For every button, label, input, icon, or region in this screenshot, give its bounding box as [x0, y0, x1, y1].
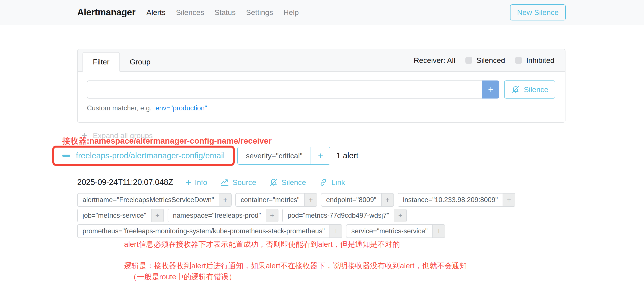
filter-panel-body: + Silence Custom matcher, e.g. env="prod…	[78, 72, 565, 122]
matcher-input[interactable]	[87, 80, 482, 98]
alert-count: 1 alert	[336, 151, 358, 160]
receiver-annotation-text: 接收器:namespace/altermanager-config-name/r…	[62, 136, 272, 146]
add-matcher-button[interactable]: +	[482, 80, 499, 98]
label-text: prometheus="freeleaps-monitoring-system/…	[77, 224, 330, 238]
nav-item-alerts[interactable]: Alerts	[146, 8, 166, 17]
add-label-filter-button[interactable]: +	[330, 224, 342, 238]
annotation-highlight-box: freeleaps-prod/alertmanager-config/email	[52, 146, 235, 166]
group-matcher-chip: severity="critical" +	[237, 147, 330, 165]
help-text: Custom matcher, e.g.	[87, 104, 152, 112]
silenced-checkbox[interactable]	[466, 57, 472, 64]
tab-filter[interactable]: Filter	[82, 52, 120, 72]
label-tag: alertname="FreeleapsMetricsServiceDown" …	[77, 193, 232, 207]
plus-icon: +	[186, 178, 192, 187]
tab-group[interactable]: Group	[120, 52, 160, 71]
add-label-filter-button[interactable]: +	[433, 224, 445, 238]
silence-from-filter-button[interactable]: Silence	[504, 80, 555, 98]
filter-panel: Filter Group Receiver: All Silenced Inhi…	[77, 49, 566, 123]
add-group-filter-button[interactable]: +	[310, 147, 330, 164]
bell-slash-icon	[269, 178, 278, 187]
nav-item-status[interactable]: Status	[214, 8, 236, 17]
label-text: instance="10.233.98.209:8009"	[398, 193, 503, 207]
alert-labels: alertname="FreeleapsMetricsServiceDown" …	[77, 193, 515, 240]
inhibited-label: Inhibited	[526, 56, 554, 65]
label-text: pod="metrics-77d9cdb497-wdsj7"	[282, 209, 394, 222]
add-label-filter-button[interactable]: +	[266, 209, 278, 222]
label-text: alertname="FreeleapsMetricsServiceDown"	[77, 193, 219, 207]
label-tag: pod="metrics-77d9cdb497-wdsj7" +	[282, 209, 407, 222]
link-icon	[319, 178, 328, 187]
alert-timestamp: 2025-09-24T11:20:07.048Z	[77, 178, 173, 187]
label-text: job="metrics-service"	[77, 209, 152, 222]
silence-alert-label: Silence	[282, 178, 306, 187]
add-label-filter-button[interactable]: +	[503, 193, 515, 207]
filter-panel-header: Filter Group Receiver: All Silenced Inhi…	[78, 49, 565, 72]
label-text: container="metrics"	[235, 193, 305, 207]
nav-item-settings[interactable]: Settings	[246, 8, 273, 17]
alert-annotation-text: alert信息必须在接收器下才表示配置成功，否则即使能看到alert，但是通知是…	[124, 239, 400, 250]
add-label-filter-button[interactable]: +	[382, 193, 394, 207]
link-label: Link	[331, 178, 345, 187]
info-label: Info	[195, 178, 207, 187]
minus-icon	[62, 154, 70, 157]
collapse-group-button[interactable]: freeleaps-prod/alertmanager-config/email	[56, 148, 232, 163]
matcher-row: + Silence	[87, 80, 555, 98]
label-tag: instance="10.233.98.209:8009" +	[398, 193, 515, 207]
logic-annotation-text: 逻辑是：接收器收到alert后进行通知，如果alert不在接收器下，说明接收器没…	[124, 261, 467, 271]
label-tag: job="metrics-service" +	[77, 209, 164, 222]
label-tag: service="metrics-service" +	[346, 224, 445, 238]
silence-button-label: Silence	[524, 85, 548, 94]
label-tag: prometheus="freeleaps-monitoring-system/…	[77, 224, 342, 238]
silence-alert-button[interactable]: Silence	[269, 178, 306, 187]
info-button[interactable]: + Info	[186, 178, 207, 187]
filter-tabs: Filter Group	[82, 49, 160, 71]
main-nav: Alerts Silences Status Settings Help	[146, 8, 299, 17]
inhibited-checkbox[interactable]	[515, 57, 522, 64]
top-navbar: Alertmanager Alerts Silences Status Sett…	[0, 0, 644, 25]
label-tag: container="metrics" +	[235, 193, 317, 207]
source-label: Source	[232, 178, 256, 187]
alertmanager-page: Alertmanager Alerts Silences Status Sett…	[0, 0, 644, 296]
add-label-filter-button[interactable]: +	[219, 193, 232, 207]
chart-line-icon	[220, 178, 229, 187]
label-tag: endpoint="8009" +	[321, 193, 394, 207]
group-receiver-label: freeleaps-prod/alertmanager-config/email	[76, 151, 225, 160]
logic-annotation-detail: （一般是route中的逻辑有错误）	[129, 272, 236, 282]
add-label-filter-button[interactable]: +	[394, 209, 407, 222]
group-matcher-label: severity="critical"	[238, 147, 310, 164]
bell-slash-icon	[511, 85, 520, 94]
label-tag: namespace="freeleaps-prod" +	[168, 209, 278, 222]
label-row: prometheus="freeleaps-monitoring-system/…	[77, 224, 515, 238]
label-row: alertname="FreeleapsMetricsServiceDown" …	[77, 193, 515, 207]
matcher-example-link[interactable]: env="production"	[156, 104, 207, 112]
link-button[interactable]: Link	[319, 178, 345, 187]
alert-group-row: freeleaps-prod/alertmanager-config/email…	[52, 146, 358, 166]
navbar-left: Alertmanager Alerts Silences Status Sett…	[77, 7, 299, 18]
add-label-filter-button[interactable]: +	[152, 209, 164, 222]
label-row: job="metrics-service" + namespace="freel…	[77, 209, 515, 222]
silenced-label: Silenced	[476, 56, 505, 65]
matcher-help: Custom matcher, e.g. env="production"	[87, 104, 555, 112]
label-text: service="metrics-service"	[346, 224, 433, 238]
new-silence-button[interactable]: New Silence	[510, 4, 566, 20]
add-label-filter-button[interactable]: +	[305, 193, 317, 207]
label-text: endpoint="8009"	[321, 193, 382, 207]
alert-detail-row: 2025-09-24T11:20:07.048Z + Info Source S…	[77, 178, 345, 187]
matcher-input-group: +	[87, 80, 499, 98]
source-button[interactable]: Source	[220, 178, 256, 187]
app-title: Alertmanager	[77, 7, 136, 18]
label-text: namespace="freeleaps-prod"	[168, 209, 266, 222]
receiver-filter-dropdown[interactable]: Receiver: All	[414, 56, 455, 65]
filter-header-controls: Receiver: All Silenced Inhibited	[414, 56, 554, 65]
nav-item-help[interactable]: Help	[283, 8, 299, 17]
nav-item-silences[interactable]: Silences	[176, 8, 204, 17]
silenced-filter-toggle[interactable]: Silenced	[466, 56, 505, 65]
inhibited-filter-toggle[interactable]: Inhibited	[515, 56, 554, 65]
